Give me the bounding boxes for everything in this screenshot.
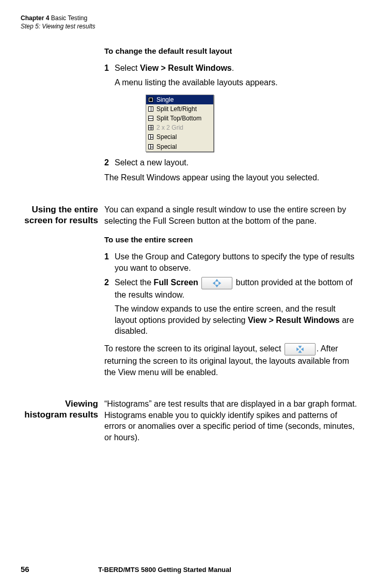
histogram-body: “Histograms” are test results that are d…: [104, 398, 357, 443]
svg-marker-3: [219, 282, 220, 284]
step-number: 1: [104, 63, 115, 74]
step-text: Select a new layout.: [115, 157, 357, 168]
step-2: 2 Select a new layout.: [104, 157, 357, 168]
text: Select the: [115, 278, 154, 287]
svg-marker-5: [299, 351, 301, 352]
layout-icon: [148, 97, 153, 102]
layout-menu-label: Single: [156, 96, 174, 104]
restore-text: To restore the screen to its original la…: [104, 343, 357, 378]
svg-marker-2: [213, 282, 215, 284]
page-footer: 56 T-BERD/MTS 5800 Getting Started Manua…: [21, 565, 357, 574]
step-text: Select the Full Screen button provided a…: [115, 277, 357, 301]
section-closing: The Result Windows appear using the layo…: [104, 172, 357, 183]
layout-icon: [148, 134, 153, 140]
intro-text: You can expand a single result window to…: [104, 204, 357, 226]
section-label: Viewing histogram results: [21, 398, 104, 447]
text: Select: [115, 64, 140, 72]
chapter-title: Basic Testing: [51, 14, 87, 22]
step-2: 2 Select the Full Screen: [104, 277, 357, 301]
layout-menu-label: 2 x 2 Grid: [156, 123, 183, 132]
section-fullscreen: Using the entire screen for results You …: [21, 204, 357, 382]
step-number: 2: [104, 277, 115, 301]
step-text: Select View > Result Windows.: [115, 63, 357, 74]
section-change-layout: To change the default result layout 1 Se…: [21, 46, 357, 188]
layout-icon: [148, 106, 153, 112]
menu-path: View > Result Windows: [140, 64, 232, 72]
layout-menu-item[interactable]: Special: [146, 132, 213, 142]
layout-menu-label: Special: [156, 133, 177, 141]
page-number: 56: [21, 565, 98, 574]
layout-icon: [148, 125, 153, 130]
layout-menu-item[interactable]: Single: [146, 95, 213, 104]
svg-marker-1: [216, 285, 218, 287]
section-histogram: Viewing histogram results “Histograms” a…: [21, 398, 357, 447]
step-1-result: A menu listing the available layouts app…: [115, 77, 357, 88]
text: .: [232, 64, 234, 72]
chapter-label: Chapter 4: [21, 14, 49, 22]
subhead-change-layout: To change the default result layout: [104, 46, 357, 56]
layout-menu-figure: SingleSplit Left/RightSplit Top/Bottom2 …: [146, 95, 214, 152]
svg-marker-6: [297, 348, 298, 350]
manual-title: T-BERD/MTS 5800 Getting Started Manual: [98, 566, 231, 574]
step-2-result: The window expands to use the entire scr…: [115, 303, 357, 337]
svg-marker-0: [216, 280, 218, 281]
chapter-line: Chapter 4 Basic Testing: [21, 14, 357, 23]
subhead-use-entire: To use the entire screen: [104, 235, 357, 245]
menu-path: View > Result Windows: [248, 316, 340, 324]
layout-icon: [148, 144, 153, 149]
step-number: 1: [104, 251, 115, 273]
layout-menu-item[interactable]: Special: [146, 142, 213, 151]
page-header: Chapter 4 Basic Testing Step 5: Viewing …: [0, 0, 378, 30]
layout-icon: [148, 116, 153, 121]
step-number: 2: [104, 157, 115, 168]
layout-menu-label: Special: [156, 143, 177, 151]
layout-menu-item[interactable]: 2 x 2 Grid: [146, 123, 213, 132]
button-name: Full Screen: [154, 278, 198, 287]
step-1: 1 Select View > Result Windows.: [104, 63, 357, 74]
section-label: Using the entire screen for results: [21, 204, 104, 382]
layout-menu-item[interactable]: Split Top/Bottom: [146, 114, 213, 123]
fullscreen-expand-icon: [201, 277, 232, 289]
step-1: 1 Use the Group and Category buttons to …: [104, 251, 357, 273]
text: To restore the screen to its original la…: [104, 344, 284, 353]
step-line: Step 5: Viewing test results: [21, 23, 357, 31]
svg-marker-7: [302, 348, 303, 350]
svg-marker-4: [299, 346, 301, 348]
layout-menu-item[interactable]: Split Left/Right: [146, 104, 213, 114]
fullscreen-collapse-icon: [285, 343, 316, 355]
step-text: Use the Group and Category buttons to sp…: [115, 251, 357, 273]
layout-menu-label: Split Top/Bottom: [156, 114, 201, 122]
layout-menu-label: Split Left/Right: [156, 105, 197, 113]
